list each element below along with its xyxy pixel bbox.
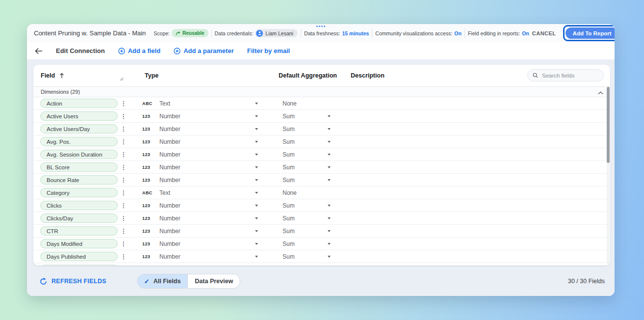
aggregation-dropdown[interactable]: Sum	[283, 161, 334, 173]
field-pill[interactable]: Active Users	[40, 111, 118, 121]
type-label: Number	[159, 126, 180, 133]
drag-dots-icon	[316, 26, 325, 27]
aggregation-dropdown[interactable]: Sum	[283, 123, 334, 135]
type-select[interactable]: Number	[159, 123, 262, 135]
overflow-menu-icon[interactable]: ⋮	[121, 126, 127, 132]
aggregation-dropdown[interactable]: Sum	[283, 212, 334, 224]
table-row: Active Users ⋮ 123 Number Sum	[33, 110, 610, 123]
dimensions-section-header[interactable]: Dimensions (29)	[33, 87, 610, 97]
aggregation-dropdown[interactable]: Sum	[283, 225, 334, 237]
table-row: BL Score ⋮ 123 Number Sum	[33, 161, 610, 174]
aggregation-label: Sum	[283, 215, 295, 222]
aggregation-dropdown[interactable]: Sum	[283, 199, 334, 212]
aggregation-label: Sum	[283, 253, 295, 260]
edit-connection-button[interactable]: Edit Connection	[56, 47, 105, 54]
field-pill[interactable]: Action	[40, 99, 118, 108]
chevron-up-icon[interactable]	[598, 90, 603, 96]
filter-by-email-button[interactable]: Filter by email	[247, 47, 290, 54]
column-resize-handle[interactable]	[120, 74, 124, 83]
cancel-button[interactable]: CANCEL	[529, 28, 559, 38]
avatar	[256, 30, 263, 37]
type-select[interactable]: Number	[159, 238, 262, 250]
footer-bar: REFRESH FIELDS ✓ All Fields Data Preview…	[27, 267, 615, 296]
chevron-down-icon	[255, 179, 258, 181]
header-divider	[211, 29, 212, 38]
type-label: Number	[159, 113, 180, 120]
aggregation-label: Sum	[283, 240, 295, 247]
add-to-report-button[interactable]: Add To Report	[566, 27, 615, 39]
field-pill[interactable]: CTR	[40, 226, 118, 236]
all-fields-label: All Fields	[154, 278, 181, 285]
field-pill[interactable]: Active Users/Day	[40, 124, 118, 133]
overflow-menu-icon[interactable]: ⋮	[121, 241, 127, 247]
column-header-field[interactable]: Field	[41, 72, 64, 79]
type-icon: ABC	[142, 101, 153, 106]
chevron-down-icon	[255, 230, 258, 232]
tab-data-preview[interactable]: Data Preview	[187, 274, 240, 288]
aggregation-dropdown[interactable]: None	[283, 187, 334, 199]
overflow-menu-icon[interactable]: ⋮	[121, 203, 127, 209]
field-pill[interactable]: Days Modified	[40, 239, 118, 248]
aggregation-dropdown[interactable]: Sum	[283, 250, 334, 263]
aggregation-dropdown[interactable]: Sum	[283, 135, 334, 148]
field-pill[interactable]: Avg. Session Duration	[40, 150, 118, 159]
credentials-chip[interactable]: Liam Lesani	[255, 29, 298, 37]
type-select[interactable]: Number	[159, 174, 262, 186]
aggregation-dropdown[interactable]: Sum	[283, 148, 334, 160]
add-field-button[interactable]: Add a field	[118, 47, 160, 54]
field-pill[interactable]: Days Published	[40, 252, 118, 261]
header-divider	[301, 29, 301, 38]
overflow-menu-icon[interactable]: ⋮	[121, 215, 127, 221]
overflow-menu-icon[interactable]: ⋮	[121, 152, 127, 158]
overflow-menu-icon[interactable]: ⋮	[121, 139, 127, 145]
type-select[interactable]: Number	[159, 212, 262, 224]
type-select[interactable]: Number	[159, 225, 262, 237]
type-select[interactable]: Number	[159, 135, 262, 148]
add-to-report-highlight-outline: Add To Report	[563, 25, 615, 41]
field-pill[interactable]: Clicks/Day	[40, 213, 118, 223]
type-select[interactable]: Number	[159, 250, 262, 263]
field-editing-value[interactable]: On	[522, 30, 529, 36]
filter-by-email-label: Filter by email	[247, 47, 290, 54]
field-pill[interactable]: Clicks	[40, 201, 118, 210]
aggregation-dropdown[interactable]: Sum	[283, 238, 334, 250]
field-pill-label: Action	[47, 101, 62, 107]
add-field-label: Add a field	[128, 47, 160, 54]
overflow-menu-icon[interactable]: ⋮	[121, 177, 127, 183]
type-select[interactable]: Text	[159, 97, 262, 109]
freshness-group: Data freshness: 15 minutes	[304, 30, 369, 36]
overflow-menu-icon[interactable]: ⋮	[121, 228, 127, 234]
view-toggle: ✓ All Fields Data Preview	[137, 274, 240, 289]
overflow-menu-icon[interactable]: ⋮	[121, 254, 127, 260]
overflow-menu-icon[interactable]: ⋮	[121, 190, 127, 196]
aggregation-dropdown[interactable]: Sum	[283, 174, 334, 186]
add-parameter-button[interactable]: Add a parameter	[174, 47, 234, 54]
type-icon: 123	[142, 178, 150, 183]
type-select[interactable]: Text	[159, 187, 262, 199]
field-pill[interactable]: BL Score	[40, 162, 118, 172]
overflow-menu-icon[interactable]: ⋮	[121, 113, 127, 119]
content-area: Field Type Default Aggregation Descripti…	[27, 59, 615, 296]
type-select[interactable]: Number	[159, 199, 262, 212]
field-pill[interactable]: Bounce Rate	[40, 175, 118, 185]
freshness-value[interactable]: 15 minutes	[342, 30, 369, 36]
field-pill[interactable]: Category	[40, 188, 118, 197]
overflow-menu-icon[interactable]: ⋮	[121, 101, 127, 107]
aggregation-label: None	[283, 189, 297, 196]
refresh-fields-button[interactable]: REFRESH FIELDS	[37, 277, 109, 286]
overflow-menu-icon[interactable]: ⋮	[121, 164, 127, 170]
community-visualizations-value[interactable]: On	[454, 30, 462, 36]
search-input[interactable]	[541, 72, 598, 79]
scrollbar-thumb[interactable]	[607, 87, 610, 163]
aggregation-dropdown[interactable]: None	[283, 97, 334, 109]
field-pill[interactable]: Avg. Pos.	[40, 137, 118, 146]
scope-badge[interactable]: Reusable	[172, 29, 208, 37]
type-select[interactable]: Number	[159, 148, 262, 160]
type-select[interactable]: Number	[159, 110, 262, 122]
type-select[interactable]: Number	[159, 161, 262, 173]
back-button[interactable]	[34, 47, 43, 55]
aggregation-dropdown[interactable]: Sum	[283, 110, 334, 122]
tab-all-fields[interactable]: ✓ All Fields	[137, 274, 187, 288]
field-rows: Action ⋮ ABC Text None Active Users ⋮ 12…	[33, 97, 610, 263]
plus-circle-icon	[174, 48, 180, 54]
